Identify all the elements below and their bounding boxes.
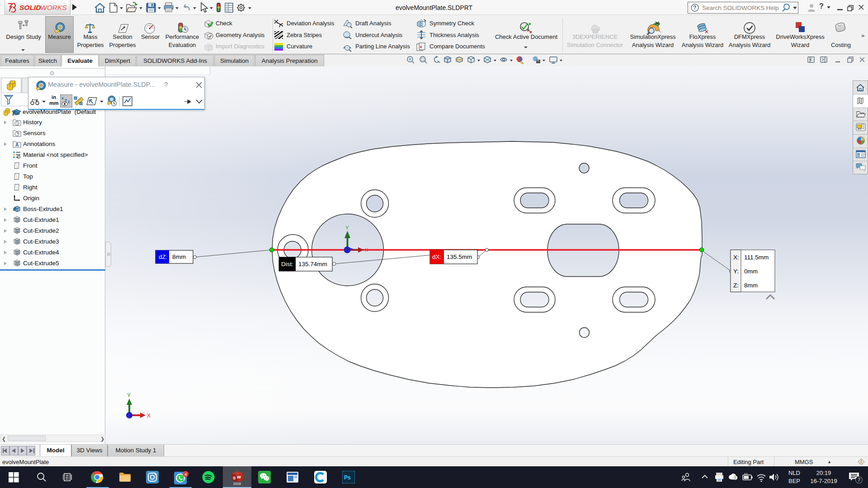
svg-text:Y: Y — [345, 225, 349, 230]
svg-text:2018: 2018 — [233, 482, 241, 485]
svg-text:dZ:: dZ: — [159, 253, 168, 260]
svg-text:?: ? — [693, 5, 696, 11]
svg-text:4: 4 — [184, 472, 187, 477]
svg-text:Dist:: Dist: — [281, 261, 293, 267]
svg-text:135.5mm: 135.5mm — [447, 253, 472, 260]
svg-text:y: y — [65, 98, 67, 102]
svg-text:X: X — [365, 247, 368, 253]
svg-text:WORKS: WORKS — [40, 4, 67, 11]
svg-text:8mm: 8mm — [172, 253, 186, 260]
svg-text:X: X — [147, 413, 151, 419]
svg-text:A: A — [15, 142, 19, 147]
svg-text:7: 7 — [858, 478, 861, 483]
svg-text:Ps: Ps — [344, 474, 351, 481]
svg-text:Y:: Y: — [733, 268, 739, 275]
svg-text:8mm: 8mm — [744, 282, 758, 289]
svg-text:dX:: dX: — [432, 253, 441, 260]
svg-text:111.5mm: 111.5mm — [744, 254, 769, 261]
svg-text:135.74mm: 135.74mm — [298, 261, 327, 267]
svg-text:S: S — [233, 475, 236, 480]
svg-text:SOLID: SOLID — [19, 4, 41, 11]
svg-text:W: W — [237, 474, 241, 479]
svg-text:x: x — [61, 96, 64, 100]
svg-text:Y: Y — [127, 392, 131, 399]
svg-text:0mm: 0mm — [744, 268, 758, 275]
svg-text:X:: X: — [733, 254, 739, 261]
svg-text:z: z — [68, 99, 70, 104]
svg-text:Z:: Z: — [733, 282, 739, 289]
svg-text:Z: Z — [127, 413, 130, 418]
